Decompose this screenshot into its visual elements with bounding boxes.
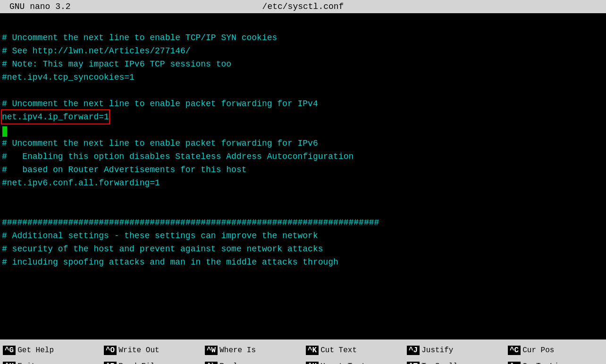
- label-write-out: Write Out: [118, 346, 159, 355]
- shortcut-col-3: ^W Where Is ^\ Replace: [202, 341, 303, 364]
- key-read-file: ^R: [104, 362, 117, 364]
- shortcut-bar: ^G Get Help ^X Exit ^O Write Out ^R Read…: [0, 339, 606, 364]
- key-cur-pos: ^C: [508, 346, 521, 355]
- label-exit: Exit: [17, 362, 35, 364]
- shortcut-col-2: ^O Write Out ^R Read File: [101, 341, 202, 364]
- editor-line: # Uncomment the next line to enable pack…: [2, 137, 604, 150]
- editor-line: ########################################…: [2, 216, 604, 229]
- shortcut-uncut-text[interactable]: ^U Uncut Text: [306, 358, 401, 364]
- label-uncut-text: Uncut Text: [320, 362, 366, 364]
- key-write-out: ^O: [104, 346, 117, 355]
- label-justify: Justify: [421, 346, 453, 355]
- key-justify: ^J: [407, 346, 420, 355]
- label-go-to-line: Go To Line: [522, 362, 568, 364]
- status-bar: [0, 321, 606, 339]
- editor-line: # Additional settings - these settings c…: [2, 229, 604, 242]
- label-cur-pos: Cur Pos: [522, 346, 554, 355]
- shortcut-col-1: ^G Get Help ^X Exit: [0, 341, 101, 364]
- editor-line: # security of the host and prevent again…: [2, 242, 604, 256]
- shortcut-get-help[interactable]: ^G Get Help: [3, 342, 98, 358]
- shortcut-col-4: ^K Cut Text ^U Uncut Text: [303, 341, 404, 364]
- file-name: /etc/sysctl.conf: [205, 2, 401, 11]
- shortcut-to-spell[interactable]: ^T To Spell: [407, 358, 502, 364]
- key-cut-text: ^K: [306, 346, 319, 355]
- shortcut-cur-pos[interactable]: ^C Cur Pos: [508, 342, 603, 358]
- editor-line: # Uncomment the next line to enable pack…: [2, 97, 604, 110]
- shortcut-col-6: ^C Cur Pos ^_ Go To Line: [505, 341, 606, 364]
- editor-line: [2, 18, 604, 31]
- label-cut-text: Cut Text: [320, 346, 357, 355]
- editor-line: [2, 84, 604, 97]
- label-where-is: Where Is: [219, 346, 256, 355]
- editor-line: # including spoofing attacks and man in …: [2, 256, 604, 269]
- key-replace: ^\: [205, 362, 218, 364]
- editor-line-cursor: [2, 124, 604, 137]
- editor-line: [2, 190, 604, 203]
- shortcut-cut-text[interactable]: ^K Cut Text: [306, 342, 401, 358]
- shortcut-read-file[interactable]: ^R Read File: [104, 358, 199, 364]
- editor-line: # Uncomment the next line to enable TCP/…: [2, 31, 604, 44]
- shortcut-col-5: ^J Justify ^T To Spell: [404, 341, 505, 364]
- key-where-is: ^W: [205, 346, 218, 355]
- editor-area[interactable]: # Uncomment the next line to enable TCP/…: [0, 13, 606, 321]
- key-uncut-text: ^U: [306, 362, 319, 364]
- editor-line: # Enabling this option disables Stateles…: [2, 150, 604, 163]
- app-name: GNU nano 3.2: [9, 2, 205, 11]
- editor-line: #net.ipv6.conf.all.forwarding=1: [2, 176, 604, 190]
- label-read-file: Read File: [118, 362, 159, 364]
- key-go-to-line: ^_: [508, 362, 521, 364]
- shortcut-justify[interactable]: ^J Justify: [407, 342, 502, 358]
- editor-line: # Note: This may impact IPv6 TCP session…: [2, 58, 604, 71]
- editor-line: # See http://lwn.net/Articles/277146/: [2, 44, 604, 58]
- editor-line: [2, 203, 604, 216]
- key-exit: ^X: [3, 362, 16, 364]
- title-bar: GNU nano 3.2 /etc/sysctl.conf: [0, 0, 606, 13]
- shortcut-write-out[interactable]: ^O Write Out: [104, 342, 199, 358]
- editor-line: #net.ipv4.tcp_syncookies=1: [2, 71, 604, 84]
- label-get-help: Get Help: [17, 346, 54, 355]
- shortcut-replace[interactable]: ^\ Replace: [205, 358, 300, 364]
- label-to-spell: To Spell: [421, 362, 458, 364]
- shortcut-where-is[interactable]: ^W Where Is: [205, 342, 300, 358]
- label-replace: Replace: [219, 362, 251, 364]
- editor-line: # based on Router Advertisements for thi…: [2, 163, 604, 176]
- highlighted-config-line: net.ipv4.ip_forward=1: [2, 110, 604, 124]
- shortcut-go-to-line[interactable]: ^_ Go To Line: [508, 358, 603, 364]
- key-to-spell: ^T: [407, 362, 420, 364]
- key-get-help: ^G: [3, 346, 16, 355]
- shortcut-exit[interactable]: ^X Exit: [3, 358, 98, 364]
